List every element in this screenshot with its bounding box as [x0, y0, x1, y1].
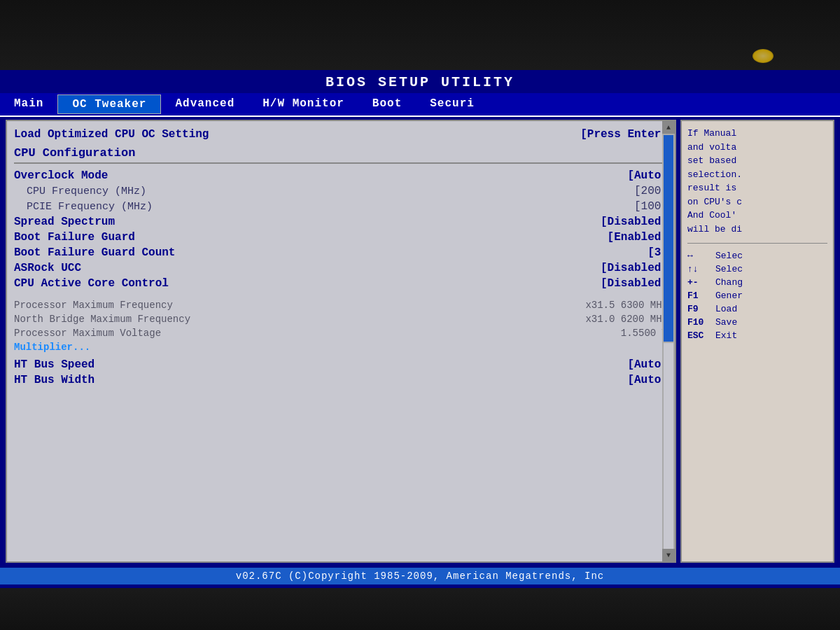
key-row-ud: ↑↓ Selec: [687, 264, 827, 274]
label-proc-max-freq: Processor Maximum Frequency: [14, 300, 173, 311]
row-boot-failure-guard[interactable]: Boot Failure Guard [Enabled]: [14, 230, 668, 245]
help-line-3: set based: [687, 154, 827, 168]
bios-title-text: BIOS SETUP UTILITY: [326, 74, 514, 90]
value-proc-max-voltage: 1.5500 V: [621, 328, 668, 339]
key-lr: ↔: [687, 251, 713, 261]
section-cpu-config: CPU Configuration: [14, 146, 668, 160]
scroll-track: [664, 343, 673, 550]
label-nb-max-freq: North Bridge Maximum Frequency: [14, 314, 190, 325]
right-panel: If Manual and volta set based selection.…: [680, 120, 834, 563]
row-boot-failure-guard-count[interactable]: Boot Failure Guard Count [3]: [14, 245, 668, 260]
help-line-4: selection.: [687, 168, 827, 182]
key-row-f10: F10 Save: [687, 317, 827, 328]
label-cpu-active-core: CPU Active Core Control: [14, 277, 169, 290]
value-boot-failure-guard: [Enabled]: [608, 231, 668, 244]
left-panel: Load Optimized CPU OC Setting [Press Ent…: [6, 120, 676, 563]
key-row-pm: +- Chang: [687, 277, 827, 288]
value-asrock-ucc: [Disabled]: [601, 262, 668, 274]
row-nb-max-freq: North Bridge Maximum Frequency x31.0 620…: [14, 312, 668, 326]
bios-title: BIOS SETUP UTILITY: [0, 70, 840, 93]
key-pm: +-: [687, 277, 713, 288]
row-asrock-ucc[interactable]: ASRock UCC [Disabled]: [14, 260, 668, 276]
value-nb-max-freq: x31.0 6200 MHz: [585, 314, 668, 325]
value-cpu-active-core: [Disabled]: [601, 277, 668, 290]
key-f1: F1: [687, 290, 713, 301]
main-content: Load Optimized CPU OC Setting [Press Ent…: [0, 117, 840, 566]
desc-ud: Selec: [715, 264, 743, 274]
help-divider: [687, 243, 827, 244]
divider: [14, 162, 668, 164]
menu-hw-monitor[interactable]: H/W Monitor: [248, 94, 358, 114]
desc-f1: Gener: [715, 290, 743, 301]
bios-screen: BIOS SETUP UTILITY Main OC Tweaker Advan…: [0, 0, 840, 630]
label-load-optimized: Load Optimized CPU OC Setting: [14, 128, 209, 141]
value-load-optimized: [Press Enter]: [580, 128, 668, 141]
scroll-down-arrow[interactable]: ▼: [662, 549, 675, 561]
label-proc-max-voltage: Processor Maximum Voltage: [14, 328, 161, 339]
key-row-f1: F1 Gener: [687, 290, 827, 301]
status-bar: v02.67C (C)Copyright 1985-2009, American…: [0, 566, 840, 588]
desc-pm: Chang: [715, 277, 743, 288]
status-text: v02.67C (C)Copyright 1985-2009, American…: [0, 568, 840, 584]
label-overclock-mode: Overclock Mode: [14, 169, 108, 182]
help-line-2: and volta: [687, 141, 827, 155]
label-spread-spectrum: Spread Spectrum: [14, 216, 115, 228]
help-line-7: And Cool': [687, 209, 827, 223]
bottom-bezel: [0, 588, 840, 630]
label-asrock-ucc: ASRock UCC: [14, 262, 81, 274]
row-pcie-freq[interactable]: PCIE Frequency (MHz) [100]: [14, 199, 668, 214]
help-line-1: If Manual: [687, 127, 827, 141]
row-proc-max-freq: Processor Maximum Frequency x31.5 6300 M…: [14, 298, 668, 312]
label-boot-failure-guard-count: Boot Failure Guard Count: [14, 246, 175, 259]
help-line-8: will be di: [687, 223, 827, 237]
row-ht-bus-speed[interactable]: HT Bus Speed [Auto]: [14, 357, 668, 372]
menu-advanced[interactable]: Advanced: [161, 94, 248, 114]
label-ht-bus-width: HT Bus Width: [14, 374, 94, 386]
key-row-f9: F9 Load: [687, 304, 827, 314]
help-line-6: on CPU's c: [687, 195, 827, 209]
top-bezel: [0, 0, 840, 70]
menu-boot[interactable]: Boot: [358, 94, 416, 114]
scroll-thumb[interactable]: [664, 135, 673, 342]
left-inner: Load Optimized CPU OC Setting [Press Ent…: [7, 121, 675, 561]
desc-f9: Load: [715, 304, 737, 314]
row-ht-bus-width[interactable]: HT Bus Width [Auto]: [14, 372, 668, 388]
menu-oc-tweaker[interactable]: OC Tweaker: [57, 94, 161, 114]
help-text: If Manual and volta set based selection.…: [687, 127, 827, 236]
row-cpu-freq[interactable]: CPU Frequency (MHz) [200]: [14, 183, 668, 199]
label-ht-bus-speed: HT Bus Speed: [14, 358, 94, 371]
menu-bar: Main OC Tweaker Advanced H/W Monitor Boo…: [0, 93, 840, 117]
key-f9: F9: [687, 304, 713, 314]
row-spread-spectrum[interactable]: Spread Spectrum [Disabled]: [14, 214, 668, 230]
bios-area: BIOS SETUP UTILITY Main OC Tweaker Advan…: [0, 70, 840, 588]
label-boot-failure-guard: Boot Failure Guard: [14, 231, 135, 244]
desc-lr: Selec: [715, 251, 743, 261]
label-cpu-freq: CPU Frequency (MHz): [14, 186, 146, 197]
row-proc-max-voltage: Processor Maximum Voltage 1.5500 V: [14, 326, 668, 340]
monitor-light: [752, 49, 774, 63]
help-line-5: result is: [687, 181, 827, 195]
desc-f10: Save: [715, 317, 737, 328]
menu-main[interactable]: Main: [0, 94, 57, 114]
key-f10: F10: [687, 317, 713, 328]
row-load-optimized[interactable]: Load Optimized CPU OC Setting [Press Ent…: [14, 127, 668, 142]
value-proc-max-freq: x31.5 6300 MHz: [585, 300, 668, 311]
value-spread-spectrum: [Disabled]: [601, 216, 668, 228]
multiplier-row: Multiplier...: [14, 340, 668, 354]
desc-esc: Exit: [715, 330, 737, 341]
label-pcie-freq: PCIE Frequency (MHz): [14, 201, 153, 213]
scrollbar[interactable]: ▲ ▼: [662, 121, 675, 561]
row-cpu-active-core[interactable]: CPU Active Core Control [Disabled]: [14, 276, 668, 291]
key-row-esc: ESC Exit: [687, 330, 827, 341]
scroll-up-arrow[interactable]: ▲: [662, 121, 675, 134]
key-row-lr: ↔ Selec: [687, 251, 827, 261]
menu-security[interactable]: Securi: [416, 94, 489, 114]
key-esc: ESC: [687, 330, 713, 341]
row-overclock-mode[interactable]: Overclock Mode [Auto]: [14, 168, 668, 183]
key-ud: ↑↓: [687, 264, 713, 274]
